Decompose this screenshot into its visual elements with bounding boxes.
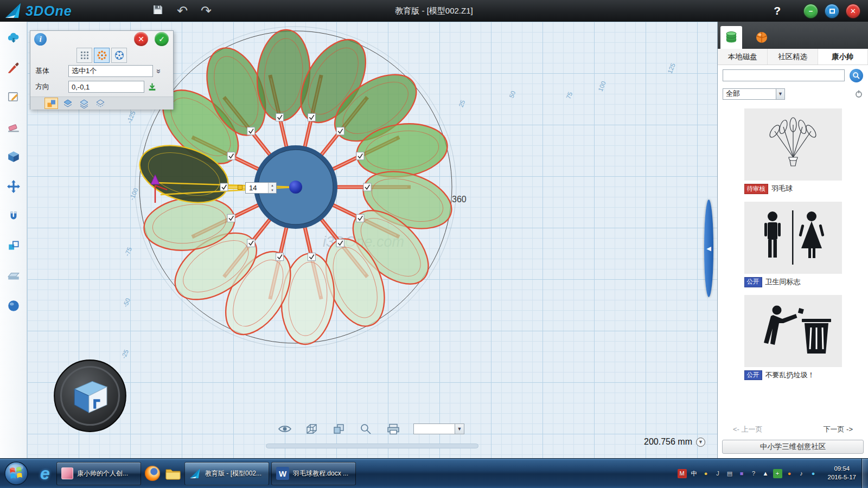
feather-checkbox[interactable] bbox=[227, 152, 235, 160]
view-cube[interactable] bbox=[52, 358, 128, 434]
tray-lang-icon[interactable]: 中 bbox=[690, 469, 699, 478]
taskbar-firefox-button[interactable] bbox=[142, 462, 163, 485]
close-button[interactable]: ✕ bbox=[846, 4, 860, 18]
dropdown-arrow-icon[interactable]: ▼ bbox=[776, 89, 784, 99]
taskbar-explorer-button[interactable] bbox=[163, 462, 183, 485]
tab-local-disk[interactable]: 本地磁盘 bbox=[718, 49, 768, 65]
tray-j-icon[interactable]: J bbox=[713, 469, 723, 478]
tray-expand-icon[interactable]: ▲ bbox=[761, 469, 770, 478]
materials-tab[interactable] bbox=[751, 26, 773, 49]
tray-network-icon[interactable]: ● bbox=[809, 469, 818, 478]
feather-checkbox[interactable] bbox=[276, 113, 284, 121]
model-card[interactable]: 待审核 羽毛球 bbox=[744, 108, 842, 194]
feather-checkbox[interactable] bbox=[227, 214, 235, 222]
pattern-option-1[interactable] bbox=[44, 98, 58, 109]
scale-expand-icon[interactable]: ▼ bbox=[696, 438, 705, 447]
refresh-button[interactable] bbox=[854, 89, 863, 98]
dropdown-arrow-icon[interactable]: ▼ bbox=[455, 424, 464, 434]
direction-picker-icon[interactable] bbox=[148, 82, 157, 92]
visibility-button[interactable] bbox=[278, 423, 292, 435]
feather-checkbox[interactable] bbox=[356, 152, 364, 160]
save-button[interactable] bbox=[152, 4, 164, 18]
model-thumbnail[interactable] bbox=[744, 108, 842, 181]
feather-checkbox[interactable] bbox=[308, 113, 315, 121]
section-tool-button[interactable] bbox=[4, 267, 23, 285]
direction-input[interactable]: 0,-0,1 bbox=[68, 81, 144, 93]
undo-button[interactable]: ↶ bbox=[177, 4, 188, 17]
tray-keyboard-icon[interactable]: ▤ bbox=[725, 469, 735, 478]
sphere-pattern-button[interactable] bbox=[111, 48, 127, 63]
panel-collapse-handle[interactable]: ◀ bbox=[704, 200, 713, 297]
taskbar-clock[interactable]: 09:54 2016-5-17 bbox=[822, 465, 861, 481]
eraser-tool-button[interactable] bbox=[4, 118, 23, 136]
tray-purple-icon[interactable]: ■ bbox=[737, 469, 746, 478]
circular-pattern-button[interactable] bbox=[94, 48, 110, 63]
move-tool-button[interactable] bbox=[4, 177, 23, 196]
brush-tool-button[interactable] bbox=[4, 58, 23, 76]
minimize-button[interactable]: − bbox=[803, 4, 818, 18]
taskbar-ie-button[interactable]: e bbox=[35, 462, 55, 485]
feather-checkbox[interactable] bbox=[247, 239, 255, 247]
cloud-tool-button[interactable] bbox=[4, 28, 23, 47]
library-tab[interactable] bbox=[720, 26, 742, 49]
combine-tool-button[interactable] bbox=[4, 237, 23, 255]
taskbar-button-browser[interactable]: 康小帅的个人创... bbox=[56, 462, 141, 485]
print-button[interactable] bbox=[386, 423, 400, 435]
taskbar-button-3done[interactable]: 教育版 - [模型002... bbox=[184, 462, 269, 485]
help-button[interactable]: ? bbox=[774, 4, 781, 17]
model-card[interactable]: 公开 卫生间标志 bbox=[744, 202, 842, 287]
sphere-tool-button[interactable] bbox=[4, 297, 23, 315]
spinner-down-icon[interactable]: ▼ bbox=[269, 188, 276, 194]
wireframe-view-button[interactable] bbox=[305, 423, 319, 435]
pattern-option-3[interactable] bbox=[77, 98, 91, 109]
center-sphere[interactable] bbox=[289, 181, 302, 194]
horizontal-scrollbar[interactable] bbox=[266, 444, 478, 448]
tray-dot-yellow-icon[interactable]: ● bbox=[701, 469, 711, 478]
tray-shield-icon[interactable]: + bbox=[773, 469, 782, 478]
taskbar-button-word[interactable]: W 羽毛球教程.docx ... bbox=[271, 462, 356, 485]
magnet-tool-button[interactable] bbox=[4, 207, 23, 226]
next-page-button[interactable]: 下一页 -> bbox=[823, 425, 853, 434]
community-link-button[interactable]: 中小学三维创意社区 bbox=[722, 440, 864, 454]
feather-checkbox[interactable] bbox=[356, 214, 364, 222]
pattern-option-4[interactable] bbox=[93, 98, 107, 109]
redo-button[interactable]: ↷ bbox=[201, 4, 212, 17]
tab-user[interactable]: 康小帅 bbox=[818, 49, 868, 65]
tray-dot-orange-icon[interactable]: ● bbox=[785, 469, 794, 478]
zoom-button[interactable] bbox=[359, 423, 373, 435]
pattern-count-input[interactable]: 14 ▲▼ bbox=[245, 182, 277, 194]
search-input[interactable] bbox=[723, 69, 845, 81]
modeling-viewport[interactable]: -125 -100 -75 -50 -25 25 50 75 100 125 i… bbox=[27, 22, 717, 458]
confirm-button[interactable]: ✓ bbox=[155, 32, 169, 46]
view-preset-dropdown[interactable]: ▼ bbox=[413, 423, 464, 434]
prev-page-button[interactable]: <- 上一页 bbox=[733, 425, 763, 434]
feather-checkbox[interactable] bbox=[363, 183, 371, 191]
sketch-tool-button[interactable] bbox=[4, 88, 23, 106]
expand-chevron-icon[interactable]: » bbox=[155, 69, 164, 73]
model-thumbnail[interactable] bbox=[744, 295, 842, 367]
feather-checkbox[interactable] bbox=[336, 127, 344, 135]
search-button[interactable] bbox=[850, 69, 863, 82]
feather-checkbox[interactable] bbox=[308, 253, 315, 261]
linear-pattern-button[interactable] bbox=[76, 48, 92, 63]
tray-volume-icon[interactable]: ♪ bbox=[797, 469, 806, 478]
model-card[interactable]: 公开 不要乱扔垃圾！ bbox=[744, 295, 842, 381]
category-dropdown[interactable]: 全部 ▼ bbox=[723, 88, 785, 100]
cube-tool-button[interactable] bbox=[4, 147, 23, 166]
tray-help-icon[interactable]: ? bbox=[749, 469, 758, 478]
pattern-option-2[interactable] bbox=[61, 98, 74, 109]
shaded-view-button[interactable] bbox=[332, 423, 346, 435]
cancel-button[interactable]: ✕ bbox=[134, 32, 148, 46]
feather-checkbox[interactable] bbox=[247, 127, 255, 135]
pattern-drag-handle[interactable] bbox=[238, 185, 242, 190]
info-icon[interactable]: i bbox=[34, 33, 47, 46]
count-spinner[interactable]: ▲▼ bbox=[268, 183, 276, 193]
base-input[interactable]: 选中1个 bbox=[68, 65, 153, 77]
model-thumbnail[interactable] bbox=[744, 202, 842, 274]
tray-m-icon[interactable]: M bbox=[678, 469, 687, 478]
show-desktop-button[interactable] bbox=[861, 459, 868, 488]
tab-community-featured[interactable]: 社区精选 bbox=[768, 49, 818, 65]
feather-checkbox[interactable] bbox=[220, 183, 228, 191]
restore-button[interactable] bbox=[825, 4, 839, 18]
spinner-up-icon[interactable]: ▲ bbox=[269, 183, 276, 188]
